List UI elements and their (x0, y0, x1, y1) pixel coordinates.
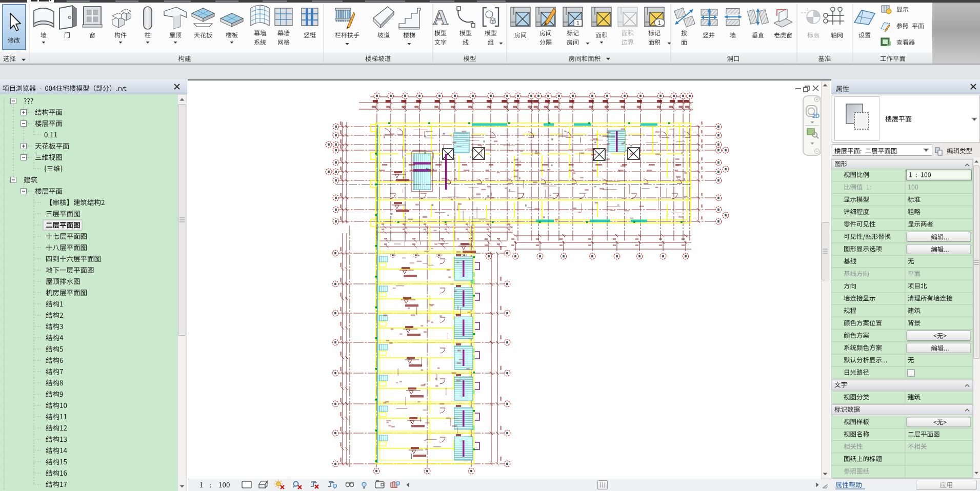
svg-text:A: A (433, 6, 449, 29)
svg-text:-1: -1 (805, 7, 809, 12)
svg-text:1: 1 (576, 20, 579, 26)
svg-text:1: 1 (658, 19, 661, 26)
svg-text:2D: 2D (812, 113, 819, 119)
